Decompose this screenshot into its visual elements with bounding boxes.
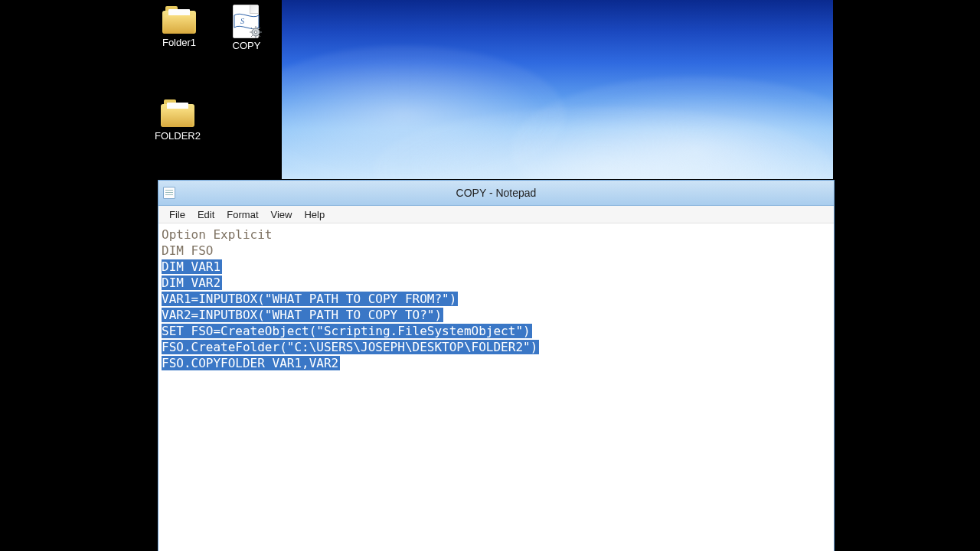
svg-line-6 — [251, 28, 253, 30]
selected-text[interactable]: SET FSO=CreateObject("Scripting.FileSyst… — [162, 324, 532, 338]
text-editor-area[interactable]: Option ExplicitDIM FSODIM VAR1DIM VAR2VA… — [158, 223, 834, 551]
menu-view[interactable]: View — [265, 208, 299, 221]
code-line[interactable]: SET FSO=CreateObject("Scripting.FileSyst… — [162, 323, 831, 339]
folder2-icon[interactable]: FOLDER2 — [147, 99, 208, 142]
selected-text[interactable]: FSO.COPYFOLDER VAR1,VAR2 — [162, 356, 340, 370]
icon-label: FOLDER2 — [147, 130, 208, 142]
code-line[interactable]: VAR1=INPUTBOX("WHAT PATH TO COPY FROM?") — [162, 291, 831, 307]
svg-point-10 — [254, 31, 257, 34]
folder1-icon[interactable]: Folder1 — [149, 6, 210, 48]
code-line[interactable]: FSO.COPYFOLDER VAR1,VAR2 — [162, 355, 831, 371]
selected-text[interactable]: FSO.CreateFolder("C:\USERS\JOSEPH\DESKTO… — [162, 340, 539, 354]
notepad-window: COPY - Notepad File Edit Format View Hel… — [158, 180, 835, 551]
icon-label: Folder1 — [149, 37, 210, 48]
icon-label: COPY — [216, 40, 277, 51]
menubar: File Edit Format View Help — [158, 206, 834, 223]
window-title: COPY - Notepad — [175, 187, 834, 199]
code-line[interactable]: DIM FSO — [162, 243, 831, 259]
selected-text[interactable]: VAR2=INPUTBOX("WHAT PATH TO COPY TO?") — [162, 308, 443, 322]
svg-line-8 — [259, 28, 261, 30]
vbs-script-icon: S — [230, 5, 263, 38]
menu-format[interactable]: Format — [220, 208, 264, 221]
menu-edit[interactable]: Edit — [191, 208, 220, 221]
folder-icon — [161, 99, 194, 127]
desktop-wallpaper — [282, 0, 833, 179]
code-line[interactable]: VAR2=INPUTBOX("WHAT PATH TO COPY TO?") — [162, 307, 831, 323]
copy-script-icon[interactable]: S COPY — [216, 5, 277, 51]
selected-text[interactable]: VAR1=INPUTBOX("WHAT PATH TO COPY FROM?") — [162, 292, 458, 306]
selected-text[interactable]: DIM VAR2 — [162, 276, 222, 290]
code-line[interactable]: Option Explicit — [162, 227, 831, 243]
selected-text[interactable]: DIM VAR1 — [162, 259, 222, 274]
folder-icon — [162, 6, 196, 34]
svg-line-7 — [259, 35, 261, 37]
code-line[interactable]: FSO.CreateFolder("C:\USERS\JOSEPH\DESKTO… — [162, 339, 831, 355]
menu-file[interactable]: File — [163, 208, 191, 221]
svg-line-9 — [251, 35, 253, 37]
code-line[interactable]: DIM VAR2 — [162, 275, 831, 291]
titlebar[interactable]: COPY - Notepad — [158, 181, 834, 206]
menu-help[interactable]: Help — [298, 208, 331, 221]
notepad-app-icon — [163, 187, 175, 199]
code-line[interactable]: DIM VAR1 — [162, 259, 831, 275]
svg-text:S: S — [240, 17, 244, 25]
